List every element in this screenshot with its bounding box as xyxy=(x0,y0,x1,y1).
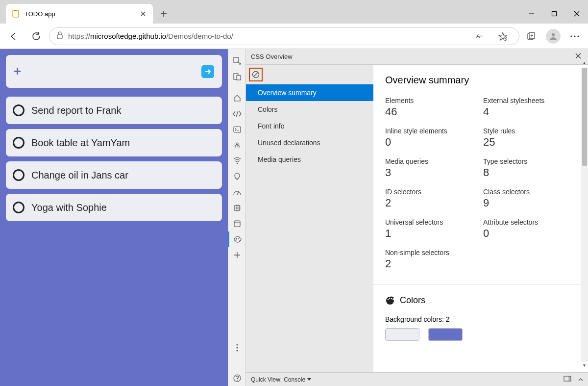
color-swatch[interactable] xyxy=(385,328,419,341)
nav-colors[interactable]: Colors xyxy=(246,101,373,118)
submit-arrow-icon[interactable] xyxy=(201,65,214,78)
plus-icon[interactable]: + xyxy=(14,64,21,79)
stat: ID selectors2 xyxy=(385,188,478,209)
stat: Attribute selectors0 xyxy=(483,218,576,240)
svg-point-15 xyxy=(236,143,238,145)
stat: Style rules25 xyxy=(483,127,576,149)
devtools: CSS Overview Overview summary Colors Fon… xyxy=(228,49,588,386)
todo-text: Book table at YamYam xyxy=(31,137,130,149)
lightbulb-icon[interactable] xyxy=(228,169,246,184)
stat: Class selectors9 xyxy=(483,188,576,209)
todo-item[interactable]: Change oil in Jans car xyxy=(6,161,222,189)
radio-icon[interactable] xyxy=(13,202,24,213)
css-overview-panel: Overview summary Elements46 External sty… xyxy=(373,65,588,372)
favorite-icon[interactable] xyxy=(493,27,512,46)
svg-point-7 xyxy=(552,33,555,36)
url-input[interactable]: https://microsoftedge.github.io/Demos/de… xyxy=(49,27,519,45)
close-icon[interactable] xyxy=(139,10,147,18)
svg-rect-14 xyxy=(234,127,241,132)
window-controls xyxy=(520,4,588,24)
collections-icon[interactable] xyxy=(522,27,541,46)
memory-icon[interactable] xyxy=(228,200,246,216)
scrollbar-thumb[interactable] xyxy=(582,68,587,166)
network-icon[interactable] xyxy=(228,153,246,169)
clear-overview-button[interactable] xyxy=(249,68,263,81)
chevron-up-icon[interactable] xyxy=(578,376,583,383)
minimize-button[interactable] xyxy=(520,4,543,24)
url-text: https://microsoftedge.github.io/Demos/de… xyxy=(68,32,233,40)
scroll-down-arrow[interactable]: ▾ xyxy=(581,362,587,368)
stat: Elements46 xyxy=(385,97,478,118)
css-overview-icon[interactable] xyxy=(228,232,246,247)
summary-heading: Overview summary xyxy=(385,75,576,86)
nav-media-queries[interactable]: Media queries xyxy=(246,151,373,168)
stat: Universal selectors1 xyxy=(385,218,478,240)
tab-title: TODO app xyxy=(24,10,134,18)
more-icon[interactable] xyxy=(565,27,584,46)
devtools-footer: Quick View: Console xyxy=(246,372,588,386)
todo-item[interactable]: Yoga with Sophie xyxy=(6,194,222,221)
bg-colors-label: Background colors: 2 xyxy=(385,315,576,323)
more-tools-icon[interactable] xyxy=(228,247,246,263)
css-overview-nav: Overview summary Colors Font info Unused… xyxy=(246,65,373,372)
nav-unused-declarations[interactable]: Unused declarations xyxy=(246,134,373,151)
sources-icon[interactable] xyxy=(228,137,246,153)
svg-point-30 xyxy=(389,297,391,299)
new-tab-button[interactable] xyxy=(156,6,172,22)
device-icon[interactable] xyxy=(228,69,246,84)
elements-icon[interactable] xyxy=(228,106,246,122)
stats-grid: Elements46 External stylesheets4 Inline … xyxy=(385,97,576,270)
todo-text: Change oil in Jans car xyxy=(31,170,128,181)
scroll-up-arrow[interactable]: ▴ xyxy=(581,60,587,66)
svg-rect-13 xyxy=(237,76,241,80)
svg-rect-19 xyxy=(234,221,240,227)
home-icon[interactable] xyxy=(228,90,246,106)
palette-icon xyxy=(385,296,395,306)
todo-text: Yoga with Sophie xyxy=(31,202,107,213)
devtools-main: CSS Overview Overview summary Colors Fon… xyxy=(246,49,588,386)
back-button[interactable] xyxy=(4,26,24,46)
quick-view-select[interactable]: Console xyxy=(284,376,311,383)
clipboard-icon xyxy=(12,10,20,18)
svg-rect-33 xyxy=(568,376,571,381)
nav-font-info[interactable]: Font info xyxy=(246,118,373,134)
radio-icon[interactable] xyxy=(13,169,24,181)
stat: Non-simple selectors2 xyxy=(385,249,478,270)
todo-new-item[interactable]: + xyxy=(6,55,222,88)
svg-rect-18 xyxy=(236,207,238,209)
todo-item[interactable]: Book table at YamYam xyxy=(6,129,222,156)
todo-item[interactable]: Send report to Frank xyxy=(6,97,222,124)
window-close-button[interactable] xyxy=(565,4,588,24)
refresh-button[interactable] xyxy=(26,26,46,46)
svg-rect-1 xyxy=(14,10,17,11)
profile-avatar[interactable] xyxy=(544,27,563,46)
application-icon[interactable] xyxy=(228,216,246,232)
inspect-icon[interactable] xyxy=(228,53,246,69)
svg-point-25 xyxy=(236,350,238,352)
todo-app: + Send report to Frank Book table at Yam… xyxy=(0,49,228,386)
window-titlebar: TODO app xyxy=(0,0,588,24)
stat: Type selectors8 xyxy=(483,157,576,179)
svg-rect-0 xyxy=(13,10,19,17)
color-swatches xyxy=(385,328,576,341)
nav-overview-summary[interactable]: Overview summary xyxy=(246,84,373,101)
dock-icon[interactable] xyxy=(564,376,571,383)
read-aloud-icon[interactable]: A» xyxy=(470,27,489,46)
color-swatch[interactable] xyxy=(428,328,463,341)
stat: Inline style elements0 xyxy=(385,127,478,149)
svg-point-8 xyxy=(570,35,572,37)
svg-point-9 xyxy=(574,35,575,37)
browser-tab[interactable]: TODO app xyxy=(6,4,153,24)
svg-point-24 xyxy=(236,347,238,349)
performance-icon[interactable] xyxy=(228,184,246,200)
help-icon[interactable] xyxy=(228,370,246,386)
overflow-icon[interactable] xyxy=(228,340,246,356)
console-icon[interactable] xyxy=(228,122,246,137)
todo-text: Send report to Frank xyxy=(31,105,121,116)
stat: External stylesheets4 xyxy=(483,97,576,118)
radio-icon[interactable] xyxy=(13,104,24,116)
svg-point-29 xyxy=(388,299,389,300)
svg-point-31 xyxy=(391,298,392,299)
maximize-button[interactable] xyxy=(543,4,565,24)
radio-icon[interactable] xyxy=(13,137,24,149)
